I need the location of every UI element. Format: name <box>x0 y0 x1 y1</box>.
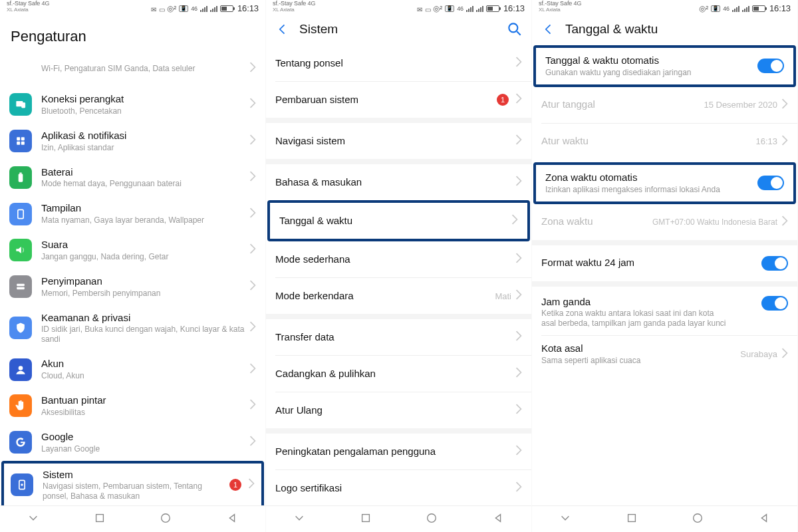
back-button[interactable] <box>274 21 291 38</box>
svg-point-16 <box>509 23 517 32</box>
row-tanggal-waktu[interactable]: Tanggal & waktu <box>270 203 527 239</box>
row-pembaruan[interactable]: Pembaruan sistem 1 <box>266 82 531 118</box>
row-title: Baterai <box>41 166 245 179</box>
section-divider <box>532 281 797 287</box>
row-value: Mati <box>495 291 511 301</box>
row-title: Atur tanggal <box>541 98 700 111</box>
toggle-dual-clock[interactable] <box>761 296 788 311</box>
nav-back-icon[interactable] <box>226 512 238 527</box>
update-badge: 1 <box>229 479 241 491</box>
card-icon: ▭ <box>159 6 165 13</box>
row-tentang-ponsel[interactable]: Tentang ponsel <box>266 45 531 81</box>
row-transfer-data[interactable]: Transfer data <box>266 319 531 355</box>
row-title: Koneksi perangkat <box>41 93 245 106</box>
row-mode-berkendara[interactable]: Mode berkendara Mati <box>266 278 531 314</box>
nav-dropdown-icon[interactable] <box>27 512 39 527</box>
row-subtitle: Memori, Pembersih penyimpanan <box>41 289 245 299</box>
net-label: 46 <box>457 5 464 12</box>
toggle-auto-timezone[interactable] <box>757 176 784 190</box>
page-title: Sistem <box>299 22 506 37</box>
nav-back-icon[interactable] <box>758 512 770 527</box>
section-divider <box>266 118 531 123</box>
svg-point-18 <box>428 513 436 522</box>
row-atur-waktu: Atur waktu 16:13 <box>532 124 797 160</box>
chevron-right-icon <box>249 98 256 111</box>
row-auto-datetime[interactable]: Tanggal & waktu otomatis Gunakan waktu y… <box>536 48 793 84</box>
chevron-right-icon <box>249 399 256 412</box>
row-peningkatan[interactable]: Peningkatan pengalaman pengguna <box>266 434 531 469</box>
row-subtitle: Gunakan waktu yang disediakan jaringan <box>545 68 757 78</box>
nav-back-icon[interactable] <box>492 512 504 527</box>
row-value: Surabaya <box>740 349 777 359</box>
chevron-right-icon <box>515 367 522 380</box>
chevron-right-icon <box>249 321 256 334</box>
settings-row-google[interactable]: GoogleLayanan Google <box>0 424 265 461</box>
svg-rect-4 <box>17 142 20 145</box>
row-mode-sederhana[interactable]: Mode sederhana <box>266 241 531 277</box>
nav-home-icon[interactable] <box>160 512 172 527</box>
settings-row-bantuan[interactable]: Bantuan pintarAksesibilitas <box>0 388 265 424</box>
settings-row-network[interactable]: Wi-Fi, Pengaturan SIM Ganda, Data selule… <box>0 57 265 86</box>
row-navigasi[interactable]: Navigasi sistem <box>266 123 531 159</box>
row-title: Peningkatan pengalaman pengguna <box>275 446 511 458</box>
nav-recent-icon[interactable] <box>360 512 372 527</box>
svg-rect-5 <box>21 142 25 145</box>
back-button[interactable] <box>540 21 557 38</box>
settings-row-baterai[interactable]: BateraiMode hemat daya, Penggunaan bater… <box>0 160 265 196</box>
row-title: Tanggal & waktu <box>279 215 507 227</box>
hotspot-icon: ◎² <box>699 4 708 13</box>
nav-recent-icon[interactable] <box>626 512 638 527</box>
row-title: Atur waktu <box>541 135 751 148</box>
nav-recent-icon[interactable] <box>94 512 106 527</box>
nav-home-icon[interactable] <box>692 512 704 527</box>
hotspot-icon: ◎² <box>167 4 176 13</box>
settings-row-koneksi[interactable]: Koneksi perangkatBluetooth, Pencetakan <box>0 86 265 123</box>
chevron-right-icon <box>249 436 256 449</box>
phone-sistem: sf.-Stay Safe 4G XL Axiata ✉ ▭ ◎² 📳 46 1… <box>266 0 532 532</box>
chevron-right-icon <box>515 93 522 106</box>
row-cadangkan[interactable]: Cadangkan & pulihkan <box>266 356 531 392</box>
settings-row-suara[interactable]: SuaraJangan ganggu, Nada dering, Getar <box>0 232 265 269</box>
chevron-right-icon <box>249 134 256 148</box>
svg-point-11 <box>19 366 23 370</box>
row-auto-timezone[interactable]: Zona waktu otomatis Izinkan aplikasi men… <box>536 165 793 201</box>
svg-rect-8 <box>18 209 23 218</box>
settings-row-tampilan[interactable]: TampilanMata nyaman, Gaya layar beranda,… <box>0 196 265 232</box>
android-navbar <box>0 505 265 532</box>
row-title: Tentang ponsel <box>275 57 511 70</box>
svg-rect-9 <box>17 284 25 286</box>
row-title: Pembaruan sistem <box>275 94 497 106</box>
search-button[interactable] <box>506 21 523 38</box>
row-bahasa[interactable]: Bahasa & masukan <box>266 164 531 200</box>
highlight-tanggal-waktu: Tanggal & waktu <box>267 200 530 241</box>
svg-rect-3 <box>21 137 25 140</box>
nav-home-icon[interactable] <box>426 512 438 527</box>
status-carrier-1: sf.-Stay Safe 4G <box>7 0 151 7</box>
page-title: Pengaturan <box>0 13 265 57</box>
nav-dropdown-icon[interactable] <box>559 512 571 527</box>
settings-row-aplikasi[interactable]: Aplikasi & notifikasiIzin, Aplikasi stan… <box>0 123 265 160</box>
toggle-24h[interactable] <box>761 256 788 271</box>
row-title: Mode berkendara <box>275 290 491 303</box>
row-24h-format[interactable]: Format waktu 24 jam <box>532 245 797 281</box>
settings-row-akun[interactable]: AkunCloud, Akun <box>0 351 265 388</box>
section-divider <box>266 159 531 164</box>
settings-row-sistem[interactable]: SistemNavigasi sistem, Pembaruan sistem,… <box>4 464 261 506</box>
row-subtitle: Jangan ganggu, Nada dering, Getar <box>41 252 245 262</box>
settings-row-penyimpanan[interactable]: PenyimpananMemori, Pembersih penyimpanan <box>0 269 265 305</box>
settings-row-keamanan[interactable]: Keamanan & privasiID sidik jari, Buka ku… <box>0 305 265 352</box>
display-icon <box>9 203 32 225</box>
row-title: Aplikasi & notifikasi <box>41 130 245 142</box>
nav-dropdown-icon[interactable] <box>293 512 305 527</box>
row-atur-ulang[interactable]: Atur Ulang <box>266 392 531 428</box>
toggle-auto-datetime[interactable] <box>757 59 784 73</box>
settings-list: Wi-Fi, Pengaturan SIM Ganda, Data selule… <box>0 57 265 505</box>
row-title: Zona waktu <box>541 215 648 228</box>
status-bar: sf.-Stay Safe 4G XL Axiata ✉ ▭ ◎² 📳 46 1… <box>266 0 531 13</box>
row-jam-ganda[interactable]: Jam ganda Ketika zona waktu antara lokas… <box>532 287 797 336</box>
row-kota-asal[interactable]: Kota asal Sama seperti aplikasi cuaca Su… <box>532 336 797 372</box>
chevron-right-icon <box>249 171 256 184</box>
battery-icon <box>220 5 233 12</box>
svg-rect-14 <box>96 514 103 521</box>
row-logo-sertifikasi[interactable]: Logo sertifikasi <box>266 470 531 505</box>
